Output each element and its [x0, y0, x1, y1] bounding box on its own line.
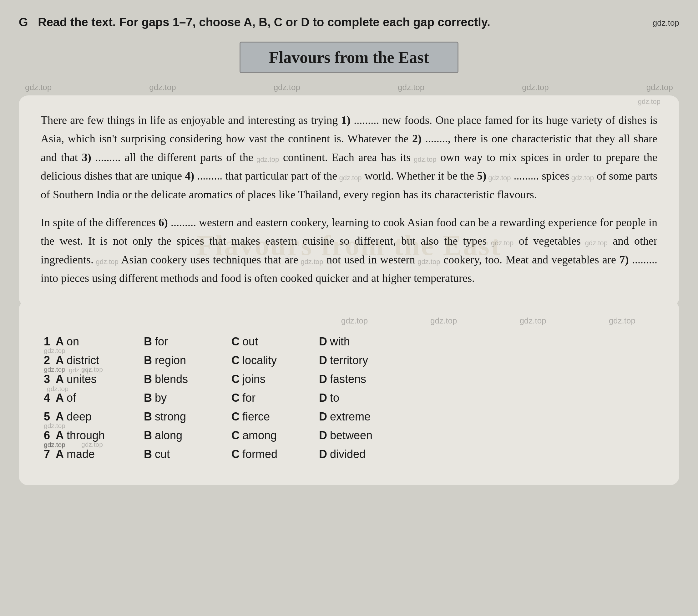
answer-2-D: D territory: [319, 354, 407, 367]
header-watermark: gdz.top: [653, 18, 679, 28]
answer-3-B: B blends gdz.top: [144, 373, 232, 386]
watermarks-row: gdz.top gdz.top gdz.top gdz.top gdz.top …: [19, 83, 679, 92]
paragraph-1: There are few things in life as enjoyabl…: [41, 111, 657, 204]
wm5: gdz.top: [522, 83, 548, 92]
answer-2-C: C locality: [232, 354, 319, 367]
header-row: G Read the text. For gaps 1–7, choose A,…: [19, 13, 679, 29]
answer-4-A: 4 A of: [44, 392, 144, 405]
answer-3-A: 3 A unites: [44, 373, 144, 386]
answer-4-C: C for: [232, 392, 319, 405]
article-title: Flavours from the East: [269, 49, 429, 66]
answer-1-D: D with: [319, 335, 407, 348]
title-box: Flavours from the East: [239, 42, 459, 73]
wm2: gdz.top: [149, 83, 176, 92]
awm1: gdz.top: [341, 316, 368, 326]
answer-row-4: 4 A of B by C for D to: [44, 392, 654, 405]
answers-box: gdz.top gdz.top gdz.top gdz.top 1 A on B…: [19, 300, 679, 485]
main-text-box: Flavours from the East There are few thi…: [19, 95, 679, 306]
wm6: gdz.top: [646, 83, 673, 92]
paragraph-2: In spite of the differences 6) .........…: [41, 214, 657, 288]
answer-row-5: 5 A deep B strong C fierce D extreme: [44, 410, 654, 423]
answer-2-B: B region: [144, 354, 232, 367]
answer-4-D: D to: [319, 392, 407, 405]
answer-7-A: 7 A made: [44, 448, 144, 461]
answer-1-B: B for: [144, 335, 232, 348]
instruction-body: Read the text. For gaps 1–7, choose A, B…: [38, 16, 490, 29]
answer-row-7: 7 A made B cut gdz.top C formed gdz.top …: [44, 448, 654, 461]
answer-3-C: gdz.top C joins: [232, 373, 319, 386]
answer-6-D: D between: [319, 429, 407, 442]
answer-row-1: 1 A on B for C out D with: [44, 335, 654, 348]
answer-6-A: 6 A through gdz.top: [44, 429, 144, 442]
answer-3-D: gdz.top D fastens gdz.top: [319, 373, 407, 386]
awm3: gdz.top: [519, 316, 546, 326]
instruction-text: G Read the text. For gaps 1–7, choose A,…: [19, 16, 646, 29]
awm4: gdz.top: [609, 316, 636, 326]
answers-watermarks-row: gdz.top gdz.top gdz.top gdz.top: [44, 316, 654, 326]
wm4: gdz.top: [398, 83, 424, 92]
answer-4-B: B by: [144, 392, 232, 405]
answer-7-C: gdz.top C formed: [232, 448, 319, 461]
awm2: gdz.top: [430, 316, 457, 326]
answer-5-D: D extreme: [319, 410, 407, 423]
answer-7-B: B cut: [144, 448, 232, 461]
answer-5-A: 5 A deep: [44, 410, 144, 423]
answer-2-A: 2 A district gdz.top gdz.top: [44, 354, 144, 367]
wm3: gdz.top: [274, 83, 300, 92]
answer-row-3: 3 A unites B blends gdz.top gdz.top C jo…: [44, 373, 654, 386]
answer-row-6: 6 A through gdz.top gdz.top B along C am…: [44, 429, 654, 442]
answer-row-2: 2 A district gdz.top gdz.top B region C …: [44, 354, 654, 367]
answer-5-C: C fierce: [232, 410, 319, 423]
answer-6-C: C among: [232, 429, 319, 442]
answer-5-B: B strong: [144, 410, 232, 423]
answer-7-D: gdz.top D divided gdz.top: [319, 448, 407, 461]
instruction-letter: G: [19, 16, 28, 29]
wm1: gdz.top: [25, 83, 52, 92]
answer-1-C: C out: [232, 335, 319, 348]
answer-6-B: gdz.top B along: [144, 429, 232, 442]
answer-1-A: 1 A on: [44, 335, 144, 348]
